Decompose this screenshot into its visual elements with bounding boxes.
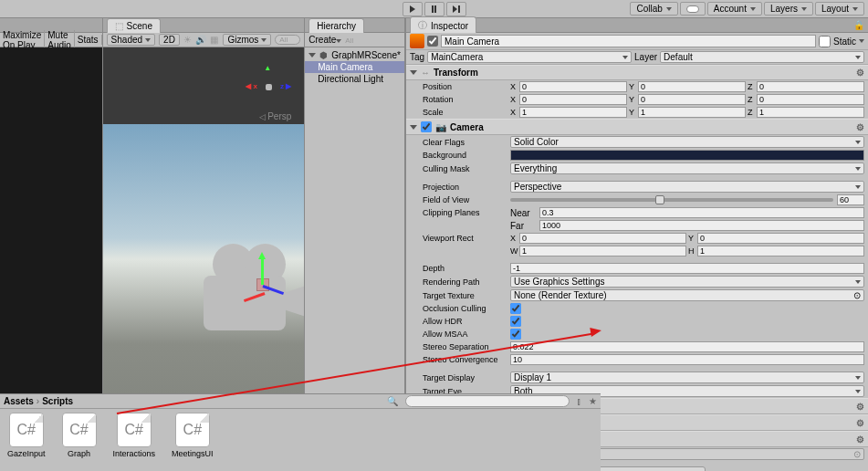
gameobject-active-toggle[interactable] [427,36,438,47]
camera-enabled[interactable] [421,121,432,132]
tag-dropdown[interactable]: MainCamera [427,51,632,63]
axis-y: ▲ [264,64,271,72]
asset-graph[interactable]: C#Graph [62,413,97,467]
gizmos-dropdown[interactable]: Gizmos [223,34,271,46]
static-toggle[interactable] [819,36,831,47]
gizmo-y-axis[interactable] [261,257,264,285]
2d-toggle[interactable]: 2D [159,34,180,46]
caret-icon [336,39,341,43]
scale-y[interactable] [638,107,746,118]
cloud-button[interactable] [680,2,706,16]
breadcrumb-assets[interactable]: Assets [4,396,34,406]
scale-x[interactable] [519,107,627,118]
gear-icon[interactable]: ⚙ [856,434,864,445]
hierarchy-search[interactable]: All [345,35,401,45]
cullingmask-dropdown[interactable]: Everything [510,162,864,174]
tab-scene[interactable]: ⬚Scene [107,18,161,33]
scene-tab-label: Scene [127,21,152,31]
background-color[interactable] [510,150,864,161]
account-button[interactable]: Account [707,2,762,16]
layers-label: Layers [770,4,798,14]
fov-slider[interactable] [510,198,833,202]
shading-mode[interactable]: Shaded [107,34,155,46]
near-value[interactable] [539,207,864,218]
hierarchy-item-directional-light[interactable]: Directional Light [305,73,404,85]
tab-hierarchy[interactable]: Hierarchy [309,18,364,33]
scale-z[interactable] [757,107,864,118]
gear-icon[interactable]: ⚙ [856,402,864,412]
pause-button[interactable] [424,2,444,16]
viewport-h[interactable] [697,246,864,256]
expand-icon[interactable] [309,53,316,58]
play-button[interactable] [403,2,423,16]
position-y[interactable] [638,81,746,92]
scene-light-icon[interactable]: ☀ [183,35,192,45]
msaa-label: Allow MSAA [423,330,507,339]
asset-label: Interactions [113,449,156,458]
gameobject-icon[interactable] [410,34,424,48]
filter-icon[interactable]: ⫿ [577,396,581,406]
asset-meetingsui[interactable]: C#MeetingsUI [172,413,214,467]
depth-value[interactable] [510,263,864,274]
rotation-x[interactable] [519,94,627,105]
projection-dropdown[interactable]: Perspective [510,181,864,193]
targettex-field[interactable]: None (Render Texture)⊙ [510,289,864,301]
scene-tab-icon: ⬚ [115,21,123,31]
stereosep-value[interactable] [510,341,864,352]
gear-icon[interactable]: ⚙ [856,68,864,78]
rotation-label: Rotation [423,95,507,104]
gear-icon[interactable]: ⚙ [856,122,864,132]
move-gizmo[interactable] [235,257,290,312]
shading-label: Shaded [111,35,142,45]
transform-scale-row: ScaleXYZ [406,106,868,119]
viewport-y[interactable] [697,233,864,244]
asset-interactions[interactable]: C#Interactions [113,413,156,467]
caret-icon[interactable] [859,39,864,43]
breadcrumb-scripts[interactable]: Scripts [42,396,73,406]
gear-icon[interactable]: ⚙ [856,418,864,428]
stereoconv-value[interactable] [510,354,864,365]
layout-button[interactable]: Layout [815,2,864,16]
camera-header[interactable]: 📷Camera⚙ [406,119,868,135]
cloud-icon [686,5,699,13]
expand-icon[interactable] [410,125,417,130]
hierarchy-create[interactable]: Create [309,35,341,45]
occlusion-toggle[interactable] [510,303,521,314]
far-label: Far [510,221,536,231]
clearflags-dropdown[interactable]: Solid Color [510,136,864,148]
expand-icon[interactable] [410,70,417,75]
rotation-z[interactable] [757,94,864,105]
viewport-x[interactable] [519,233,686,244]
transform-header[interactable]: ↔Transform⚙ [406,65,868,80]
targetdisplay-dropdown[interactable]: Display 1 [510,372,864,383]
rotation-y[interactable] [638,94,746,105]
scene-fx-icon[interactable]: ▦ [210,35,218,45]
lock-icon[interactable]: 🔒 [853,20,864,30]
project-search[interactable] [405,395,570,407]
stats-toggle[interactable]: Stats [75,35,102,45]
hierarchy-scene-row[interactable]: ⬢GraphMRScene* [305,49,404,61]
scene-search[interactable]: All [275,35,300,45]
scene-audio-icon[interactable]: 🔊 [195,35,206,45]
position-z[interactable] [757,81,864,92]
renderpath-dropdown[interactable]: Use Graphics Settings [510,276,864,288]
position-x[interactable] [519,81,627,92]
asset-label: GazeInput [7,449,46,458]
favorites-icon[interactable]: ★ [589,396,597,406]
gameobject-name-field[interactable] [441,35,816,47]
asset-gazeinput[interactable]: C#GazeInput [7,413,46,467]
msaa-toggle[interactable] [510,329,521,340]
step-button[interactable] [446,2,466,16]
layer-dropdown[interactable]: Default [660,51,864,63]
tab-inspector[interactable]: ⓘInspector [410,16,476,34]
far-value[interactable] [539,220,864,231]
hdr-toggle[interactable] [510,316,521,327]
fov-value[interactable] [837,194,864,205]
orientation-gizmo[interactable]: ◀ x ▲ z ▶ [246,64,291,110]
collab-button[interactable]: Collab [630,2,677,16]
search-icon[interactable]: 🔍 [387,396,398,406]
projection-label[interactable]: ◁ Persp [259,111,292,121]
layers-button[interactable]: Layers [764,2,813,16]
viewport-w[interactable] [519,246,686,256]
hierarchy-item-main-camera[interactable]: Main Camera [305,61,404,73]
